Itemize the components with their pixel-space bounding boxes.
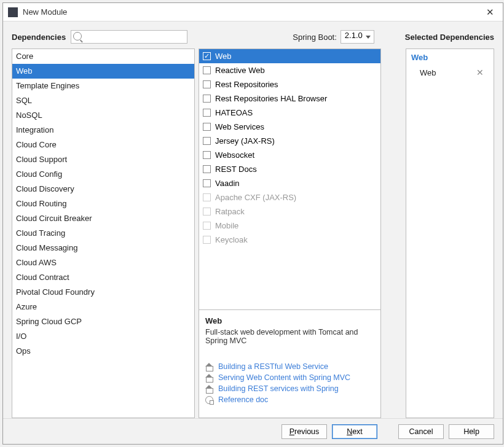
dependency-item[interactable]: Web Services [199, 120, 380, 134]
dependency-item[interactable]: HATEOAS [199, 106, 380, 120]
category-item[interactable]: Template Engines [12, 79, 194, 93]
cancel-button[interactable]: Cancel [398, 424, 444, 439]
dependency-label: Rest Repositories [215, 79, 278, 90]
dependencies-label: Dependencies [12, 33, 66, 42]
new-module-dialog: New Module ✕ Dependencies Spring Boot: 2… [2, 2, 503, 445]
category-item[interactable]: Spring Cloud GCP [12, 314, 194, 329]
search-input[interactable] [71, 30, 187, 44]
checkbox-icon [203, 236, 211, 244]
search-icon [73, 32, 82, 41]
checkbox-icon [203, 123, 211, 131]
dependency-item[interactable]: Jersey (JAX-RS) [199, 134, 380, 148]
button-row: Previous Next Cancel Help [3, 418, 503, 444]
dependency-item: Ratpack [199, 204, 380, 219]
checkbox-icon [203, 66, 211, 74]
guide-link[interactable]: Building REST services with Spring [205, 384, 374, 393]
guide-link[interactable]: Building a RESTful Web Service [205, 362, 374, 371]
selected-item: Web✕ [411, 66, 489, 79]
dependency-label: HATEOAS [215, 107, 253, 119]
category-item[interactable]: Cloud Discovery [12, 182, 194, 196]
category-item[interactable]: Cloud Routing [12, 196, 194, 211]
checkbox-icon [203, 193, 211, 201]
reference-doc-link[interactable]: Reference doc [205, 395, 374, 404]
dependency-item[interactable]: Rest Repositories [199, 77, 380, 91]
help-button[interactable]: Help [449, 424, 494, 439]
category-item[interactable]: Ops [12, 344, 194, 359]
dependency-item: Mobile [199, 219, 380, 233]
close-icon[interactable]: ✕ [482, 7, 498, 18]
app-icon [8, 7, 18, 17]
dependency-label: REST Docs [215, 163, 257, 175]
selected-group-title: Web [411, 53, 489, 62]
dependency-item: Apache CXF (JAX-RS) [199, 190, 380, 204]
guide-label: Serving Web Content with Spring MVC [218, 373, 350, 382]
category-item[interactable]: NoSQL [12, 108, 194, 123]
next-button[interactable]: Next [332, 424, 377, 439]
guide-label: Building a RESTful Web Service [218, 362, 328, 371]
dependency-label: Web [215, 50, 232, 62]
checkbox-icon [203, 95, 211, 103]
checkbox-icon [203, 222, 211, 230]
window-title: New Module [23, 7, 482, 17]
description-panel: Web Full-stack web development with Tomc… [199, 310, 381, 418]
checkbox-icon [203, 137, 211, 145]
category-item[interactable]: Cloud Circuit Breaker [12, 211, 194, 226]
category-item[interactable]: Cloud Core [12, 138, 194, 152]
dependency-item: Keycloak [199, 233, 380, 247]
spring-boot-select[interactable]: 2.1.0 [341, 30, 374, 44]
category-item[interactable]: Azure [12, 300, 194, 314]
dependency-item[interactable]: ✓Web [199, 49, 380, 63]
dependency-label: Mobile [215, 220, 238, 231]
dependency-item[interactable]: Websocket [199, 148, 380, 162]
remove-icon[interactable]: ✕ [476, 68, 484, 77]
category-item[interactable]: Pivotal Cloud Foundry [12, 285, 194, 300]
home-icon [205, 375, 213, 381]
dependency-item[interactable]: Reactive Web [199, 63, 380, 77]
dependency-item[interactable]: Vaadin [199, 176, 380, 190]
previous-button[interactable]: Previous [282, 424, 327, 439]
category-item[interactable]: I/O [12, 329, 194, 344]
category-list[interactable]: CoreWebTemplate EnginesSQLNoSQLIntegrati… [12, 49, 195, 418]
search-wrap [71, 30, 187, 44]
category-item[interactable]: Cloud Config [12, 167, 194, 182]
category-item[interactable]: Cloud Messaging [12, 241, 194, 255]
category-item[interactable]: Cloud Contract [12, 270, 194, 285]
dialog-body: Dependencies Spring Boot: 2.1.0 Selected… [3, 21, 503, 418]
category-item[interactable]: Cloud Support [12, 152, 194, 167]
dependency-label: Reactive Web [215, 64, 265, 76]
titlebar: New Module ✕ [3, 3, 503, 21]
selected-item-label: Web [420, 68, 476, 77]
middle-column: ✓WebReactive WebRest RepositoriesRest Re… [199, 49, 381, 418]
description-title: Web [205, 316, 374, 325]
dependency-label: Web Services [215, 121, 264, 133]
checkbox-icon: ✓ [203, 52, 211, 60]
reference-icon [205, 396, 213, 404]
dependency-label: Websocket [215, 149, 254, 161]
checkbox-icon [203, 165, 211, 173]
dependency-item[interactable]: Rest Repositories HAL Browser [199, 91, 380, 106]
category-item[interactable]: SQL [12, 93, 194, 108]
spring-boot-label: Spring Boot: [293, 33, 337, 42]
category-item[interactable]: Core [12, 49, 194, 64]
dependency-label: Apache CXF (JAX-RS) [215, 192, 296, 203]
dependency-label: Vaadin [215, 177, 240, 189]
spring-boot-value: 2.1.0 [345, 31, 363, 40]
dependency-item[interactable]: REST Docs [199, 162, 380, 176]
home-icon [205, 386, 213, 392]
category-item[interactable]: Cloud AWS [12, 255, 194, 270]
dependency-label: Jersey (JAX-RS) [215, 135, 275, 147]
category-item[interactable]: Cloud Tracing [12, 226, 194, 241]
columns: CoreWebTemplate EnginesSQLNoSQLIntegrati… [12, 49, 494, 418]
category-item[interactable]: Web [12, 64, 194, 79]
checkbox-icon [203, 80, 211, 88]
dependency-list[interactable]: ✓WebReactive WebRest RepositoriesRest Re… [199, 49, 381, 310]
category-item[interactable]: Integration [12, 123, 194, 138]
description-text: Full-stack web development with Tomcat a… [205, 328, 374, 345]
guide-label: Building REST services with Spring [218, 384, 339, 393]
home-icon [205, 363, 213, 370]
checkbox-icon [203, 151, 211, 159]
selected-panel: Web Web✕ [406, 49, 494, 418]
dependency-label: Rest Repositories HAL Browser [215, 93, 327, 104]
reference-label: Reference doc [218, 395, 268, 404]
guide-link[interactable]: Serving Web Content with Spring MVC [205, 373, 374, 382]
